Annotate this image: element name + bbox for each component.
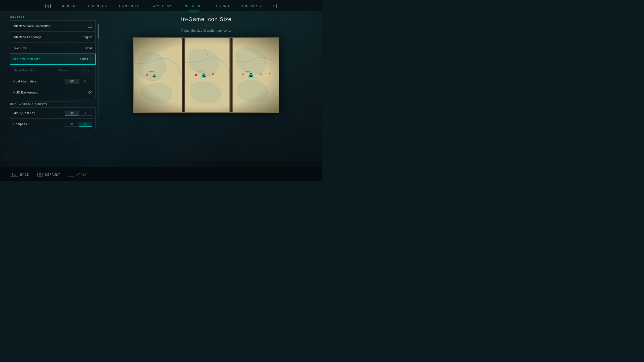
detail-panel: In-Game Icon Size Adjust the size of wor… bbox=[101, 16, 312, 167]
bottom-bar: Esc Back R Default — Apply bbox=[0, 167, 322, 181]
back-label: Back bbox=[20, 173, 29, 176]
hold-alt-toggle: Off On bbox=[65, 79, 92, 84]
detail-description: Adjust the size of world map icons. bbox=[181, 29, 231, 32]
setting-mini-quest[interactable]: Mini Quest Log Off On bbox=[10, 107, 96, 118]
svg-text:✕: ✕ bbox=[211, 72, 214, 76]
text-size-label: Text Size bbox=[13, 47, 27, 50]
language-label: Interface Language bbox=[13, 35, 42, 39]
nav-gameplay[interactable]: Gameplay bbox=[149, 3, 173, 9]
default-action[interactable]: R Default bbox=[37, 173, 60, 176]
chevron-down-icon: ▼ bbox=[90, 58, 92, 61]
default-label: Default bbox=[45, 173, 60, 176]
apply-key: — bbox=[68, 173, 74, 176]
setting-hold-alt[interactable]: Hold Alternative Off On bbox=[10, 76, 96, 87]
default-key: R bbox=[37, 173, 43, 176]
svg-text:✕: ✕ bbox=[268, 72, 271, 75]
svg-text:✕: ✕ bbox=[242, 73, 245, 76]
setting-language[interactable]: Interface Language English bbox=[10, 31, 96, 42]
compass-on[interactable]: On bbox=[79, 122, 92, 127]
right-bracket[interactable]: E bbox=[272, 4, 276, 8]
map-preview: Merc Merc Merc ✕ ✕ ✕ ✕ ✕ ✕ bbox=[133, 37, 279, 113]
setting-icon-size[interactable]: In-Game Icon Size Small ▼ bbox=[10, 54, 96, 65]
nav-screen[interactable]: Screen bbox=[59, 3, 78, 9]
nav-interface[interactable]: Interface bbox=[181, 3, 206, 9]
scroll-track[interactable] bbox=[98, 24, 99, 117]
map-markers-svg: ✕ ✕ ✕ ✕ ✕ ✕ ✦ ✦ ✦ bbox=[134, 38, 279, 112]
back-action[interactable]: Esc Back bbox=[10, 173, 29, 176]
icon-size-value: Small ▼ bbox=[80, 57, 92, 61]
compass-off[interactable]: Off bbox=[65, 122, 78, 127]
icon-size-label: In-Game Icon Size bbox=[13, 57, 41, 61]
icon-size-text: Small bbox=[80, 57, 88, 61]
area-calibration-value bbox=[88, 24, 92, 28]
svg-text:✕: ✕ bbox=[259, 72, 262, 76]
divider-line-left bbox=[10, 101, 96, 102]
mini-quest-off[interactable]: Off bbox=[65, 111, 78, 116]
hold-alt-off[interactable]: Off bbox=[65, 79, 78, 84]
setting-text-size[interactable]: Text Size Small bbox=[10, 42, 96, 54]
menu-nav-options: Cursor Focus bbox=[53, 66, 95, 75]
svg-text:✦: ✦ bbox=[206, 54, 208, 56]
top-navigation: Q Screen Graphics Controls Gameplay Inte… bbox=[0, 0, 322, 11]
hud-bg-value: Off bbox=[88, 91, 92, 94]
compass-toggle: Off On bbox=[65, 122, 92, 127]
hold-alt-on[interactable]: On bbox=[79, 79, 92, 84]
apply-label: Apply bbox=[76, 173, 87, 176]
detail-divider bbox=[166, 26, 247, 26]
hud-section-divider bbox=[10, 101, 96, 102]
hud-bg-label: HUD Background bbox=[13, 91, 38, 94]
compass-label: Compass bbox=[13, 122, 27, 126]
menu-nav-cursor[interactable]: Cursor bbox=[53, 66, 74, 75]
detail-title: In-Game Icon Size bbox=[181, 16, 232, 23]
setting-menu-nav: Menu Navigation Cursor Focus bbox=[10, 65, 96, 76]
svg-text:✦: ✦ bbox=[256, 53, 258, 55]
setting-hud-bg[interactable]: HUD Background Off bbox=[10, 87, 96, 98]
main-content: GENERAL Interface Area Calibration Inter… bbox=[0, 11, 322, 167]
nav-graphics[interactable]: Graphics bbox=[86, 3, 109, 9]
hold-alt-label: Hold Alternative bbox=[13, 80, 36, 83]
hud-section-label: HUD: WORLD & QUESTS bbox=[10, 103, 96, 106]
nav-controls[interactable]: Controls bbox=[117, 3, 141, 9]
left-bracket[interactable]: Q bbox=[45, 4, 51, 8]
general-section-label: GENERAL bbox=[10, 16, 96, 19]
nav-3rdparty[interactable]: 3rd Party bbox=[239, 3, 264, 9]
mini-quest-label: Mini Quest Log bbox=[13, 111, 35, 115]
copy-icon bbox=[88, 24, 92, 28]
setting-area-calibration[interactable]: Interface Area Calibration bbox=[10, 20, 96, 31]
area-calibration-label: Interface Area Calibration bbox=[13, 24, 51, 28]
text-size-value: Small bbox=[85, 47, 92, 50]
mini-quest-toggle: Off On bbox=[65, 111, 92, 116]
settings-panel: GENERAL Interface Area Calibration Inter… bbox=[10, 16, 96, 167]
apply-action: — Apply bbox=[68, 173, 87, 176]
back-key: Esc bbox=[10, 173, 18, 176]
menu-nav-focus[interactable]: Focus bbox=[74, 66, 96, 75]
svg-text:✦: ✦ bbox=[158, 55, 160, 57]
menu-nav-label: Menu Navigation bbox=[10, 69, 53, 72]
svg-text:✕: ✕ bbox=[194, 73, 197, 77]
language-value: English bbox=[83, 35, 92, 39]
mini-quest-on[interactable]: On bbox=[79, 111, 92, 116]
scroll-thumb bbox=[98, 24, 99, 39]
nav-sound[interactable]: Sound bbox=[214, 3, 231, 9]
setting-compass[interactable]: Compass Off On bbox=[10, 118, 96, 129]
svg-text:✕: ✕ bbox=[145, 73, 148, 77]
